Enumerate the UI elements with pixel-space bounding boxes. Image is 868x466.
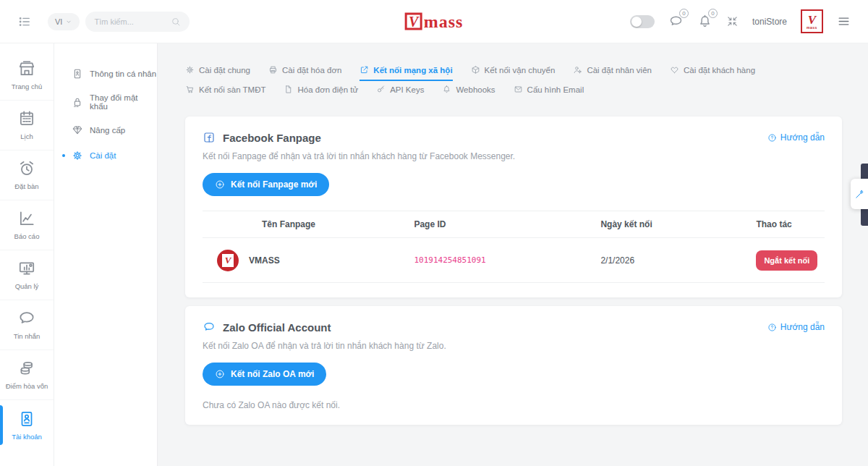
- file-icon: [284, 85, 293, 94]
- cart-icon: [185, 85, 195, 94]
- main-content: Cài đặt chung Cài đặt hóa đơn Kết nối mạ…: [158, 43, 868, 466]
- search-input[interactable]: [94, 17, 166, 26]
- bell-icon: [442, 85, 451, 94]
- tab-customer-settings[interactable]: Cài đặt khách hàng: [670, 65, 755, 81]
- calendar-icon: [17, 109, 36, 128]
- tab-email-config[interactable]: Cấu hình Email: [514, 85, 584, 101]
- hamburger-menu-icon[interactable]: [837, 14, 851, 28]
- sidebar-item-management[interactable]: Quản lý: [0, 250, 54, 300]
- external-link-icon: [359, 65, 369, 75]
- storefront-icon: [17, 59, 36, 78]
- sidebar-item-reservations[interactable]: Đặt bàn: [0, 151, 54, 200]
- fanpage-table-row: V VMASS 101914254851091 2/1/2026 Ngắt kế…: [203, 238, 825, 283]
- magic-wand-icon: [854, 189, 865, 200]
- messages-icon[interactable]: 0: [668, 14, 684, 29]
- tab-api-keys[interactable]: API Keys: [376, 85, 424, 101]
- account-submenu: Thông tin cá nhân Thay đổi mật khẩu Nâng…: [54, 43, 158, 466]
- chat-icon: [17, 309, 36, 328]
- box-icon: [471, 65, 480, 75]
- fanpage-avatar: V: [217, 250, 239, 271]
- notifications-badge: 0: [708, 9, 718, 18]
- settings-tabs: Cài đặt chung Cài đặt hóa đơn Kết nối mạ…: [185, 65, 842, 101]
- messages-badge: 0: [679, 9, 689, 18]
- facebook-help-link[interactable]: Hướng dẫn: [767, 132, 825, 143]
- col-header-fanpage-name: Tên Fanpage: [203, 219, 414, 229]
- id-card-icon: [17, 410, 36, 428]
- fanpage-connected-date: 2/1/2026: [600, 255, 756, 266]
- diamond-icon: [72, 124, 83, 136]
- zalo-empty-state-text: Chưa có Zalo OA nào được kết nối.: [203, 400, 825, 410]
- zalo-card-title: Zalo Official Account: [223, 321, 331, 334]
- facebook-card-description: Kết nối Fanpage để nhận và trả lời tin n…: [203, 151, 825, 161]
- language-label: VI: [55, 17, 62, 26]
- store-logo[interactable]: V mass: [801, 9, 823, 33]
- plus-circle-icon: [215, 369, 225, 379]
- zalo-card-description: Kết nối Zalo OA để nhận và trả lời tin n…: [203, 341, 825, 351]
- logo-v-mark: V: [405, 13, 422, 30]
- tab-staff-settings[interactable]: Cài đặt nhân viên: [573, 65, 652, 81]
- zalo-help-link[interactable]: Hướng dẫn: [767, 322, 825, 332]
- question-circle-icon: [767, 133, 777, 143]
- question-circle-icon: [767, 323, 777, 332]
- facebook-fanpage-card: Facebook Fanpage Hướng dẫn Kết nối Fanpa…: [185, 116, 842, 297]
- user-gear-icon: [573, 65, 582, 75]
- app-logo: V mass: [405, 12, 464, 31]
- sidebar-item-reports[interactable]: Báo cáo: [0, 200, 54, 250]
- language-selector[interactable]: VI: [48, 13, 80, 30]
- tab-invoice-settings[interactable]: Cài đặt hóa đơn: [268, 65, 341, 81]
- theme-toggle[interactable]: [630, 15, 655, 28]
- submenu-item-personal-info[interactable]: Thông tin cá nhân: [54, 62, 157, 85]
- lock-icon: [72, 96, 83, 108]
- disconnect-fanpage-button[interactable]: Ngắt kết nối: [756, 250, 817, 271]
- facebook-card-title: Facebook Fanpage: [223, 132, 321, 144]
- facebook-icon: [203, 131, 216, 144]
- sidebar-item-home[interactable]: Trang chủ: [0, 51, 54, 101]
- connect-fanpage-button[interactable]: Kết nối Fanpage mới: [203, 173, 329, 196]
- chevron-down-icon: [65, 18, 72, 25]
- main-sidebar: Trang chủ Lịch Đặt bàn Báo cáo Quản lý T…: [0, 43, 54, 466]
- notifications-bell-icon[interactable]: 0: [697, 14, 712, 29]
- search-box: [85, 12, 190, 32]
- gear-icon: [185, 65, 195, 75]
- theme-customizer-tab[interactable]: [851, 179, 868, 209]
- submenu-item-settings[interactable]: Cài đặt: [54, 144, 157, 167]
- alarm-icon: [17, 159, 36, 178]
- plus-circle-icon: [215, 179, 225, 190]
- fanpage-name: VMASS: [249, 255, 280, 266]
- fanpage-table: Tên Fanpage Page ID Ngày kết nối Thao tá…: [203, 211, 825, 283]
- chart-icon: [17, 209, 36, 228]
- col-header-connected-date: Ngày kết nối: [600, 219, 756, 229]
- fullscreen-icon[interactable]: [726, 15, 739, 27]
- gear-icon: [72, 150, 83, 161]
- tab-webhooks[interactable]: Webhooks: [442, 85, 495, 101]
- heart-icon: [670, 65, 679, 75]
- logo-text: mass: [424, 12, 464, 31]
- coins-icon: [17, 359, 36, 378]
- toggle-knob: [631, 17, 642, 27]
- sidebar-item-calendar[interactable]: Lịch: [0, 101, 54, 151]
- tab-shipping-connections[interactable]: Kết nối vận chuyển: [471, 65, 556, 81]
- key-icon: [376, 85, 386, 94]
- monitor-icon: [17, 259, 36, 278]
- tab-social-connections[interactable]: Kết nối mạng xã hội: [359, 65, 452, 81]
- sidebar-item-account[interactable]: Tài khoản: [0, 400, 54, 450]
- zalo-oa-card: Zalo Official Account Hướng dẫn Kết nối …: [185, 306, 842, 425]
- sidebar-item-breakeven[interactable]: Điểm hòa vốn: [0, 350, 54, 400]
- col-header-page-id: Page ID: [414, 219, 600, 229]
- tab-general-settings[interactable]: Cài đặt chung: [185, 65, 250, 81]
- submenu-item-upgrade[interactable]: Nâng cấp: [54, 119, 157, 142]
- submenu-item-change-password[interactable]: Thay đổi mật khẩu: [54, 88, 157, 116]
- fanpage-page-id: 101914254851091: [414, 255, 600, 265]
- printer-icon: [268, 65, 278, 75]
- fanpage-table-header: Tên Fanpage Page ID Ngày kết nối Thao tá…: [203, 211, 825, 238]
- connect-zalo-button[interactable]: Kết nối Zalo OA mới: [203, 363, 326, 386]
- list-menu-icon[interactable]: [17, 14, 32, 29]
- store-name: toniStore: [752, 17, 787, 27]
- sidebar-item-messages[interactable]: Tin nhắn: [0, 300, 54, 350]
- app-header: VI V mass 0 0 toniStore V mass: [0, 0, 868, 43]
- tab-einvoice[interactable]: Hóa đơn điện tử: [284, 85, 358, 101]
- mail-icon: [514, 85, 523, 94]
- search-icon[interactable]: [171, 17, 181, 27]
- profile-card-icon: [72, 68, 83, 80]
- tab-ecommerce-connections[interactable]: Kết nối sàn TMĐT: [185, 85, 265, 101]
